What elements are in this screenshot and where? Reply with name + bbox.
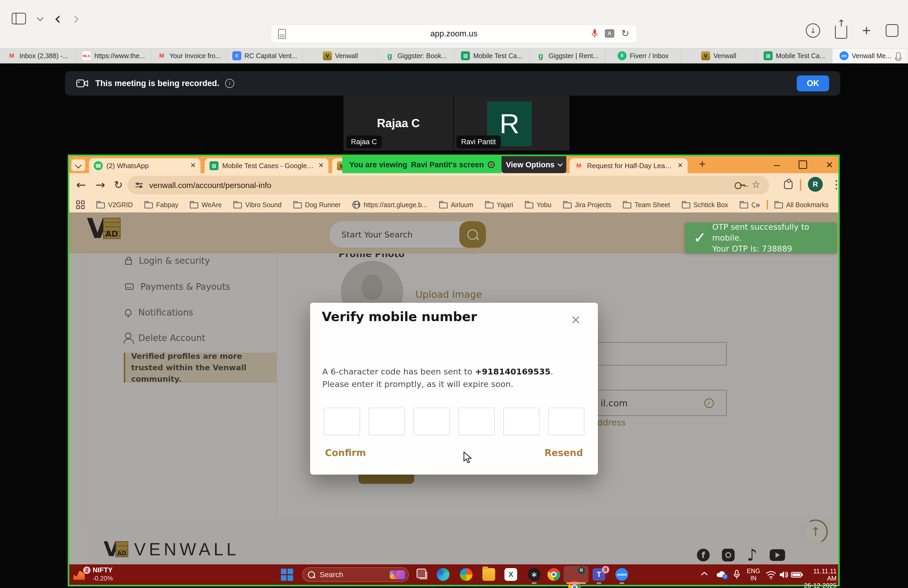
forward-button[interactable]: [95, 179, 105, 191]
bookmark-item[interactable]: Yajari: [485, 201, 513, 209]
bookmark-item[interactable]: Airluum: [439, 201, 473, 209]
back-button[interactable]: ‹: [54, 13, 61, 24]
task-view-icon[interactable]: [416, 568, 429, 581]
confirm-button[interactable]: Confirm: [325, 448, 366, 458]
safari-tab[interactable]: Giggster | Rent...: [530, 48, 605, 63]
info-icon[interactable]: [225, 79, 234, 88]
close-tab-icon[interactable]: [318, 161, 324, 170]
safari-tab[interactable]: Fiverr / Inbox: [605, 48, 681, 63]
sidebar-toggle-icon[interactable]: [12, 13, 26, 24]
chevron-down-icon[interactable]: [37, 14, 43, 21]
chrome-profile-badge: R: [578, 567, 585, 574]
bookmark-item[interactable]: Fabpay: [145, 201, 178, 209]
battery-icon[interactable]: [791, 571, 803, 578]
chrome-tab-strip: (2) WhatsApp Mobile Test Cases - Google …: [69, 156, 838, 173]
app-icon-dark[interactable]: [528, 568, 541, 581]
otp-input-2[interactable]: [369, 408, 405, 435]
bookmark-label: Fabpay: [156, 201, 178, 209]
close-tab-icon[interactable]: [190, 161, 196, 170]
bookmark-item[interactable]: QuizBam: [740, 201, 755, 209]
copilot-icon[interactable]: [460, 568, 473, 581]
onedrive-icon[interactable]: [715, 570, 727, 580]
resend-button[interactable]: Resend: [544, 448, 583, 458]
sheets-icon: [763, 51, 773, 60]
otp-input-5[interactable]: [503, 408, 539, 435]
chrome-tab-sheets[interactable]: Mobile Test Cases - Google She: [205, 158, 328, 173]
safari-tab[interactable]: Inbox (2,388) -...: [0, 48, 76, 63]
bookmark-item[interactable]: Yobu: [525, 201, 551, 209]
menu-dots-icon[interactable]: [831, 178, 842, 191]
otp-input-3[interactable]: [414, 408, 450, 435]
bookmark-item[interactable]: Schtick Box: [682, 201, 728, 209]
clock[interactable]: 11.11.11 AM 26-12-2025: [803, 567, 837, 588]
mic-icon[interactable]: [591, 29, 598, 38]
otp-input-1[interactable]: [324, 408, 360, 435]
bookmark-item[interactable]: Dog Runner: [293, 201, 341, 209]
safari-tab[interactable]: Mobile Test Ca...: [454, 48, 530, 63]
bookmark-item[interactable]: V2GRID: [97, 201, 133, 209]
otp-input-4[interactable]: [459, 408, 494, 435]
view-options-button[interactable]: View Options: [502, 156, 566, 173]
extensions-icon[interactable]: [784, 180, 792, 189]
reload-button[interactable]: [114, 179, 123, 191]
excel-icon[interactable]: [504, 568, 517, 581]
close-icon[interactable]: [826, 158, 833, 171]
reload-icon[interactable]: [621, 28, 629, 39]
profile-avatar[interactable]: R: [808, 177, 823, 192]
video-tile-ravi[interactable]: R Ravi Pantit: [454, 96, 570, 151]
password-key-icon[interactable]: [735, 182, 742, 189]
taskbar-search[interactable]: Search: [302, 567, 409, 582]
edge-icon[interactable]: [437, 568, 449, 581]
new-tab-button[interactable]: [699, 158, 706, 171]
safari-tab[interactable]: Venwall: [681, 48, 757, 63]
address-bar[interactable]: app.zoom.us: [271, 24, 637, 43]
tray-chevron-icon[interactable]: [701, 571, 708, 576]
close-icon[interactable]: [571, 313, 581, 327]
chrome-tab-whatsapp[interactable]: (2) WhatsApp: [89, 158, 200, 173]
safari-tab[interactable]: Venwall: [303, 48, 378, 63]
chrome-icon[interactable]: [547, 568, 560, 581]
downloads-icon[interactable]: [806, 23, 820, 38]
tab-overview-icon[interactable]: [886, 24, 898, 37]
tab-search-chevron[interactable]: [71, 159, 85, 171]
safari-tab-label: RC Capital Vent...: [245, 52, 297, 60]
safari-tab[interactable]: Your Invoice fro...: [151, 48, 227, 63]
start-button[interactable]: [281, 569, 293, 581]
otp-input-6[interactable]: [548, 408, 584, 435]
file-explorer-icon[interactable]: [482, 568, 495, 581]
translate-icon[interactable]: [605, 29, 614, 38]
bookmark-star-icon[interactable]: [752, 179, 760, 190]
zoom-app-icon[interactable]: [615, 568, 628, 581]
ok-button[interactable]: OK: [797, 76, 829, 91]
language-indicator[interactable]: ENG IN: [747, 567, 760, 582]
forward-button[interactable]: ›: [73, 13, 80, 24]
video-tile-rajaa[interactable]: Rajaa C Rajaa C: [344, 96, 453, 151]
bookmark-item[interactable]: WeAre: [190, 201, 222, 209]
tune-icon[interactable]: [135, 181, 143, 189]
folder-icon: [740, 202, 748, 208]
bookmark-item[interactable]: https://asrt.gluege.b...: [352, 201, 427, 209]
bookmark-item[interactable]: Jira Projects: [563, 201, 612, 209]
bookmarks-overflow-icon[interactable]: [755, 200, 760, 210]
safari-tab[interactable]: Venwall Me...: [832, 48, 908, 63]
apps-grid-icon[interactable]: [76, 200, 85, 209]
chrome-tab-gmail[interactable]: Request for Half-Day Leave - ra: [570, 158, 687, 173]
share-icon[interactable]: [835, 25, 847, 39]
taskbar-widget-stocks[interactable]: 2 NIFTY -0.20%: [74, 566, 113, 582]
all-bookmarks[interactable]: All Bookmarks: [774, 201, 829, 209]
close-tab-icon[interactable]: [678, 161, 683, 170]
safari-tab[interactable]: Mobile Test Ca...: [757, 48, 832, 63]
bookmark-item[interactable]: Vibro Sound: [233, 201, 282, 209]
new-tab-icon[interactable]: [862, 25, 871, 36]
volume-icon[interactable]: [779, 570, 789, 579]
bookmark-item[interactable]: Team Sheet: [623, 201, 670, 209]
maximize-icon[interactable]: [799, 160, 807, 169]
wifi-icon[interactable]: [765, 570, 777, 579]
safari-tab[interactable]: Giggster: Book...: [378, 48, 454, 63]
safari-tab[interactable]: RC Capital Vent...: [227, 48, 303, 63]
minimize-icon[interactable]: [774, 159, 780, 171]
omnibox[interactable]: venwall.com/account/personal-info: [127, 176, 769, 194]
back-button[interactable]: [76, 179, 86, 191]
mic-tray-icon[interactable]: [733, 570, 740, 579]
safari-tab[interactable]: https://www.the...: [76, 48, 151, 63]
